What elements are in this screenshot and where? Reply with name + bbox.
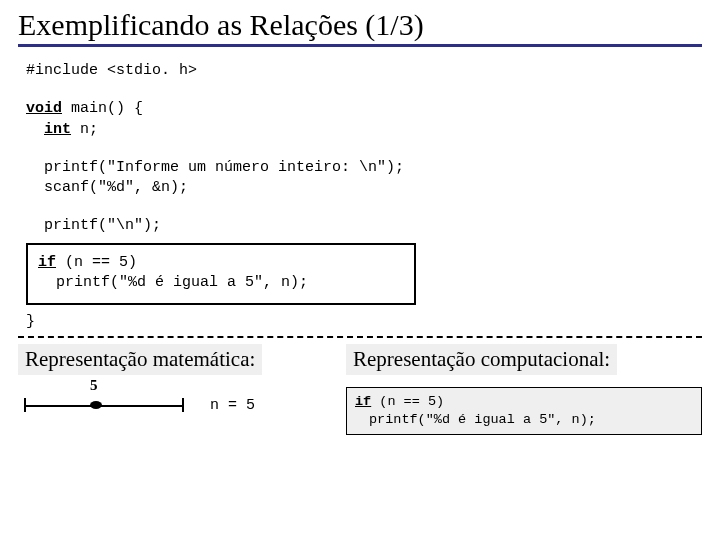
- code-if-body: printf("%d é igual a 5", n);: [38, 273, 404, 293]
- slide: Exemplificando as Relações (1/3) #includ…: [0, 0, 720, 540]
- code-if-head: if (n == 5): [38, 253, 404, 273]
- axis: 5: [24, 393, 184, 417]
- keyword-if: if: [38, 254, 56, 271]
- code-include: #include <stdio. h>: [26, 61, 702, 81]
- code-main-sig: void main() {: [26, 99, 702, 119]
- code-block: #include <stdio. h> void main() { int n;…: [18, 61, 702, 305]
- code-decl: int n;: [26, 120, 702, 140]
- code-scanf: scanf("%d", &n);: [26, 178, 702, 198]
- comp-label: Representação computacional:: [346, 344, 617, 375]
- math-label: Representação matemática:: [18, 344, 262, 375]
- comp-column: Representação computacional: if (n == 5)…: [346, 344, 702, 435]
- equation-text: n = 5: [210, 397, 255, 414]
- computational-box: if (n == 5) printf("%d é igual a 5", n);: [346, 387, 702, 435]
- axis-value: 5: [90, 377, 98, 394]
- compbox-if-body: printf("%d é igual a 5", n);: [355, 411, 693, 429]
- code-printf-nl: printf("\n");: [26, 216, 702, 236]
- title-underline: [18, 44, 702, 47]
- number-line: 5 n = 5: [24, 393, 318, 417]
- math-column: Representação matemática: 5 n = 5: [18, 344, 318, 435]
- tick-left: [24, 398, 26, 412]
- point-marker: [90, 401, 102, 409]
- bottom-row: Representação matemática: 5 n = 5 Repres…: [18, 338, 702, 435]
- code-close-brace: }: [26, 313, 702, 330]
- compbox-if-head: if (n == 5): [355, 393, 693, 411]
- keyword-int: int: [44, 121, 71, 138]
- tick-right: [182, 398, 184, 412]
- axis-line: [24, 405, 184, 407]
- keyword-if-2: if: [355, 394, 371, 409]
- page-title: Exemplificando as Relações (1/3): [18, 8, 702, 42]
- highlighted-if-box: if (n == 5) printf("%d é igual a 5", n);: [26, 243, 416, 306]
- code-printf-prompt: printf("Informe um número inteiro: \n");: [26, 158, 702, 178]
- keyword-void: void: [26, 100, 62, 117]
